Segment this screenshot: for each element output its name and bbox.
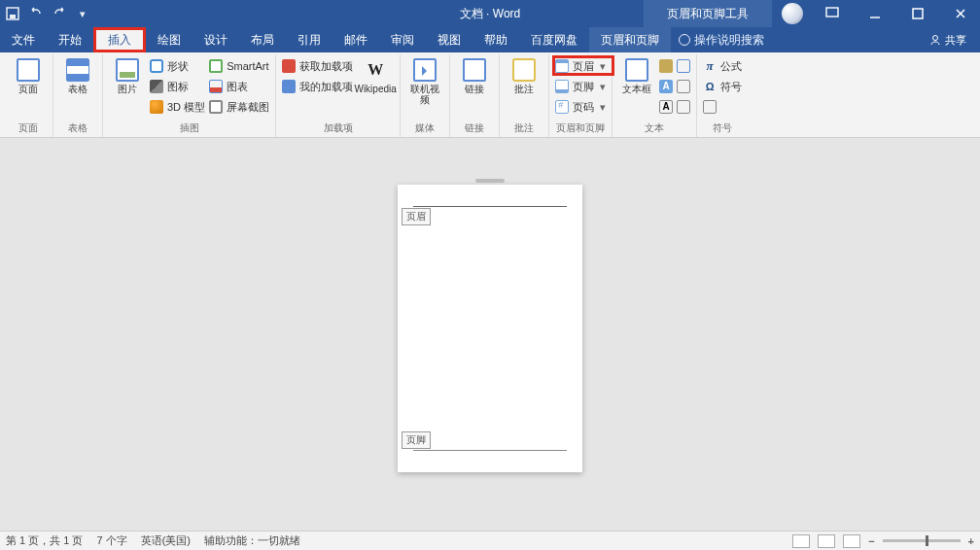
wikipedia-button[interactable]: W Wikipedia — [357, 56, 394, 94]
group-label-hf: 页眉和页脚 — [555, 121, 606, 137]
save-icon[interactable] — [6, 7, 19, 20]
view-read-icon[interactable] — [792, 534, 810, 548]
group-symbols: π公式 Ω符号 符号 — [697, 54, 748, 137]
group-illustrations: 图片 形状 图标 3D 模型 SmartArt 图表 屏幕截图 插图 — [103, 54, 276, 137]
shapes-button[interactable]: 形状 — [150, 56, 205, 76]
screenshot-button[interactable]: 屏幕截图 — [209, 97, 269, 117]
group-label-comments: 批注 — [506, 121, 542, 137]
dropcap-button[interactable]: A — [659, 97, 673, 117]
number-icon — [703, 100, 717, 114]
tab-review[interactable]: 审阅 — [379, 27, 426, 52]
object-button[interactable] — [677, 97, 690, 117]
datetime-button[interactable] — [677, 77, 690, 96]
svg-rect-2 — [826, 8, 838, 17]
textbox-label: 文本框 — [622, 84, 651, 94]
svg-point-5 — [933, 36, 938, 41]
share-label: 共享 — [945, 33, 966, 48]
user-avatar[interactable] — [782, 3, 803, 24]
pictures-button[interactable]: 图片 — [109, 56, 146, 94]
maximize-icon[interactable] — [898, 0, 937, 27]
comment-button[interactable]: 批注 — [506, 56, 542, 94]
lightbulb-icon — [679, 34, 690, 46]
group-header-footer: 页眉▾ 页脚▾ 页码▾ 页眉和页脚 — [549, 54, 612, 137]
tab-view[interactable]: 视图 — [426, 27, 472, 52]
group-comments: 批注 批注 — [500, 54, 549, 137]
number-button[interactable] — [703, 97, 742, 117]
view-web-icon[interactable] — [843, 534, 860, 548]
pic-label: 图片 — [118, 84, 137, 94]
qat-more-icon[interactable]: ▾ — [76, 7, 89, 20]
group-tables: 表格 表格 — [53, 54, 103, 137]
tab-home[interactable]: 开始 — [47, 27, 93, 52]
redo-icon[interactable] — [52, 7, 66, 20]
equation-icon: π — [703, 59, 717, 73]
shapes-icon — [150, 59, 163, 73]
footer-tag: 页脚 — [402, 431, 431, 449]
zoom-slider[interactable] — [883, 539, 961, 542]
tab-layout[interactable]: 布局 — [239, 27, 286, 52]
page-number-button[interactable]: 页码▾ — [555, 97, 606, 117]
get-addins-button[interactable]: 获取加载项 — [282, 56, 353, 76]
header-icon — [555, 59, 569, 73]
object-icon — [677, 100, 690, 114]
chart-button[interactable]: 图表 — [209, 77, 269, 96]
svg-rect-4 — [913, 9, 923, 18]
link-button[interactable]: 链接 — [456, 56, 493, 94]
3dmodel-button[interactable]: 3D 模型 — [150, 97, 205, 117]
online-video-button[interactable]: 联机视频 — [406, 56, 443, 105]
quick-parts-button[interactable] — [659, 56, 673, 76]
tell-me-search[interactable]: 操作说明搜索 — [679, 27, 764, 52]
addins-icon — [282, 80, 296, 93]
tab-draw[interactable]: 绘图 — [146, 27, 192, 52]
my-addins-button[interactable]: 我的加载项 — [282, 77, 353, 96]
page[interactable]: 页眉 页脚 — [398, 185, 582, 472]
tab-insert[interactable]: 插入 — [93, 27, 146, 52]
icons-button[interactable]: 图标 — [150, 77, 205, 96]
symbol-button[interactable]: Ω符号 — [703, 77, 742, 96]
dropcap-icon: A — [659, 100, 673, 114]
signature-icon — [677, 59, 690, 73]
table-button[interactable]: 表格 — [59, 56, 96, 94]
tab-help[interactable]: 帮助 — [472, 27, 519, 52]
contextual-tab-label[interactable]: 页眉和页脚工具 — [644, 0, 772, 27]
close-icon[interactable] — [941, 0, 980, 27]
share-icon — [929, 34, 941, 46]
ribbon-tabs: 文件 开始 插入 绘图 设计 布局 引用 邮件 审阅 视图 帮助 百度网盘 页眉… — [0, 27, 980, 52]
group-text: 文本框 A A 文本 — [612, 54, 697, 137]
tab-references[interactable]: 引用 — [286, 27, 332, 52]
cover-page-button[interactable]: 页面 — [10, 56, 47, 94]
document-area[interactable]: 页眉 页脚 — [0, 138, 980, 531]
quickparts-icon — [659, 59, 673, 73]
undo-icon[interactable] — [29, 7, 43, 20]
ribbon-display-icon[interactable] — [813, 0, 852, 27]
header-button[interactable]: 页眉▾ — [555, 56, 606, 76]
view-print-icon[interactable] — [818, 534, 835, 548]
status-accessibility[interactable]: 辅助功能：一切就绪 — [204, 533, 300, 548]
zoom-in-icon[interactable]: + — [968, 535, 974, 547]
status-words[interactable]: 7 个字 — [96, 533, 126, 548]
signature-button[interactable] — [677, 56, 690, 76]
equation-button[interactable]: π公式 — [703, 56, 742, 76]
picture-icon — [116, 58, 139, 82]
chevron-down-icon: ▾ — [600, 60, 606, 73]
footer-button[interactable]: 页脚▾ — [555, 77, 606, 96]
tab-mailings[interactable]: 邮件 — [332, 27, 379, 52]
screenshot-icon — [209, 100, 223, 114]
status-lang[interactable]: 英语(美国) — [141, 533, 191, 548]
tab-file[interactable]: 文件 — [0, 27, 47, 52]
share-button[interactable]: 共享 — [916, 27, 980, 52]
minimize-icon[interactable] — [856, 0, 894, 27]
wiki-label: Wikipedia — [354, 84, 396, 94]
zoom-out-icon[interactable]: − — [868, 535, 874, 547]
smartart-button[interactable]: SmartArt — [209, 56, 269, 76]
tab-header-footer[interactable]: 页眉和页脚 — [589, 27, 671, 52]
footer-icon — [555, 80, 569, 93]
wordart-button[interactable]: A — [659, 77, 673, 96]
tab-design[interactable]: 设计 — [192, 27, 239, 52]
tab-baidu[interactable]: 百度网盘 — [519, 27, 589, 52]
textbox-button[interactable]: 文本框 — [618, 56, 655, 94]
ribbon: 页面 页面 表格 表格 图片 形状 图标 3D 模型 SmartArt — [0, 52, 980, 138]
page-icon — [17, 58, 40, 82]
status-page[interactable]: 第 1 页，共 1 页 — [6, 533, 83, 548]
table-icon — [66, 58, 89, 82]
